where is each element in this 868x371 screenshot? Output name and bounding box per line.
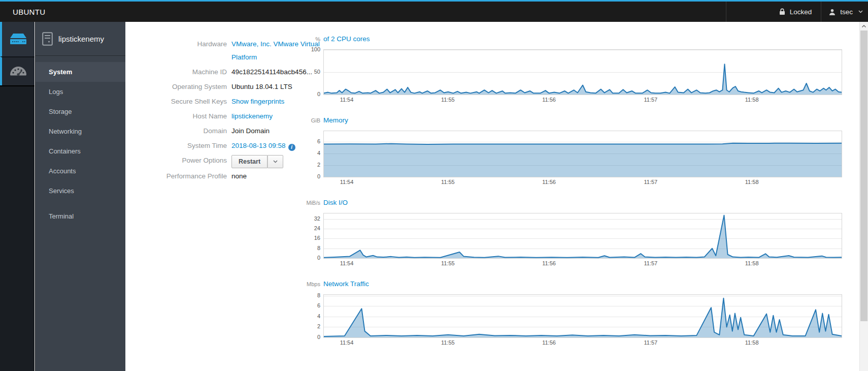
info-circle-icon[interactable]: i	[288, 144, 295, 151]
machines-strip	[0, 22, 35, 371]
sidebar-item-logs[interactable]: Logs	[36, 82, 125, 102]
y-tick-label: 50	[314, 69, 320, 75]
y-tick-label: 8	[317, 245, 320, 251]
host-header: lipstickenemy	[36, 22, 125, 56]
plot-area-disk-i-o	[323, 213, 842, 259]
user-menu[interactable]: tsec	[821, 2, 868, 22]
series-memory-used	[324, 131, 842, 177]
restart-button[interactable]: Restart	[231, 155, 268, 168]
x-tick-label: 11:54	[340, 179, 354, 185]
topbar-right: Locked tsec	[726, 2, 868, 22]
host-name-label: lipstickenemy	[58, 35, 104, 43]
sidebar-item-services[interactable]: Services	[36, 181, 125, 201]
sidebar-item-system[interactable]: System	[36, 62, 125, 82]
power-options-dropdown-toggle[interactable]	[268, 155, 283, 168]
caret-down-icon	[273, 160, 278, 163]
y-axis-labels: 050100	[299, 49, 323, 95]
locked-indicator[interactable]: Locked	[726, 2, 821, 22]
y-tick-label: 2	[317, 162, 320, 168]
chart-title-link-disk-i-o[interactable]: Disk I/O	[323, 199, 348, 206]
y-axis-labels: 0246	[299, 131, 323, 177]
x-tick-label: 11:55	[441, 179, 455, 185]
x-tick-label: 11:57	[644, 97, 658, 103]
main-content: Hardware VMware, Inc. VMware Virtual Pla…	[125, 22, 859, 371]
x-tick-label: 11:58	[745, 260, 759, 266]
x-axis-labels: 11:5411:5511:5611:5711:58	[323, 338, 842, 346]
x-axis-labels: 11:5411:5511:5611:5711:58	[323, 177, 842, 186]
y-tick-label: 100	[311, 46, 320, 52]
chart-title-link-memory[interactable]: Memory	[323, 116, 348, 124]
top-navbar: UBUNTU Locked tsec	[0, 0, 868, 22]
series-cpu-usage	[324, 50, 842, 95]
join-domain-link[interactable]: Join Domain	[231, 127, 270, 135]
y-tick-label: 0	[317, 334, 320, 340]
host-name-link[interactable]: lipstickenemy	[231, 112, 273, 120]
sidebar-item-networking[interactable]: Networking	[36, 121, 125, 141]
x-tick-label: 11:55	[441, 260, 455, 266]
machine-id-label: Machine ID	[125, 66, 231, 79]
machine-server-button[interactable]	[0, 22, 35, 56]
x-tick-label: 11:55	[441, 339, 455, 346]
chart-unit-label: Mbps	[299, 281, 320, 287]
y-tick-label: 6	[317, 302, 320, 308]
x-tick-label: 11:58	[745, 179, 759, 185]
chart-unit-label: MiB/s	[299, 200, 320, 206]
system-time-label: System Time	[125, 139, 231, 152]
chart-memory: GiBMemory024611:5411:5511:5611:5711:58	[299, 116, 842, 186]
performance-profile-label: Performance Profile	[125, 170, 231, 183]
y-tick-label: 2	[317, 323, 320, 329]
y-axis-labels: 02468	[299, 294, 323, 338]
chart-network-traffic: MbpsNetwork Traffic0246811:5411:5511:561…	[299, 280, 842, 346]
y-tick-label: 0	[317, 91, 320, 97]
user-label: tsec	[840, 8, 853, 16]
locked-label: Locked	[790, 8, 812, 16]
sidebar-item-storage[interactable]: Storage	[36, 102, 125, 121]
sidebar-item-accounts[interactable]: Accounts	[36, 161, 125, 181]
y-tick-label: 4	[317, 313, 320, 319]
user-icon	[829, 9, 836, 15]
plot-area-of-2-cpu-cores	[323, 49, 842, 95]
chart-unit-label: %	[299, 36, 320, 42]
scrollbar-thumb[interactable]	[860, 30, 867, 321]
x-tick-label: 11:56	[542, 260, 556, 266]
x-tick-label: 11:58	[745, 339, 759, 346]
server-icon	[9, 33, 27, 46]
chart-of-2-cpu-cores: %of 2 CPU cores05010011:5411:5511:5611:5…	[299, 35, 842, 103]
host-name-row-label: Host Name	[125, 110, 231, 123]
x-axis-labels: 11:5411:5511:5611:5711:58	[323, 95, 842, 103]
show-fingerprints-link[interactable]: Show fingerprints	[231, 98, 284, 105]
dashboard-button[interactable]	[0, 56, 35, 85]
chart-title-link-network-traffic[interactable]: Network Traffic	[323, 280, 369, 288]
sidebar-item-containers[interactable]: Containers	[36, 141, 125, 161]
y-tick-label: 0	[317, 255, 320, 261]
scroll-up-arrow[interactable]	[860, 22, 868, 30]
sidebar-item-terminal[interactable]: Terminal	[36, 206, 125, 226]
x-tick-label: 11:55	[441, 97, 455, 103]
x-tick-label: 11:58	[745, 97, 759, 103]
y-tick-label: 6	[317, 138, 320, 144]
x-tick-label: 11:57	[644, 260, 658, 266]
x-axis-labels: 11:5411:5511:5611:5711:58	[323, 259, 842, 267]
system-time-link[interactable]: 2018-08-13 09:58	[231, 142, 286, 149]
lock-icon	[779, 8, 785, 15]
sidebar: lipstickenemy SystemLogsStorageNetworkin…	[35, 22, 125, 371]
os-value: Ubuntu 18.04.1 LTS	[231, 80, 292, 94]
y-tick-label: 24	[314, 225, 320, 231]
x-tick-label: 11:56	[542, 339, 556, 346]
chart-title-link-of-2-cpu-cores[interactable]: of 2 CPU cores	[323, 35, 370, 43]
dashboard-gauge-icon	[10, 66, 27, 77]
scrollbar[interactable]	[859, 22, 868, 371]
hardware-label: Hardware	[125, 38, 231, 51]
chart-disk-i-o: MiB/sDisk I/O0816243211:5411:5511:5611:5…	[299, 199, 842, 267]
sidebar-nav: SystemLogsStorageNetworkingContainersAcc…	[36, 56, 125, 226]
x-tick-label: 11:57	[644, 339, 658, 346]
y-tick-label: 32	[314, 215, 320, 222]
domain-label: Domain	[125, 125, 231, 138]
os-label: Operating System	[125, 80, 231, 94]
scroll-up-icon	[862, 25, 866, 27]
series-network-traffic	[324, 295, 842, 337]
x-tick-label: 11:56	[542, 179, 556, 185]
charts-column: %of 2 CPU cores05010011:5411:5511:5611:5…	[299, 35, 842, 359]
power-options-label: Power Options	[125, 154, 231, 167]
chart-unit-label: GiB	[299, 117, 320, 123]
